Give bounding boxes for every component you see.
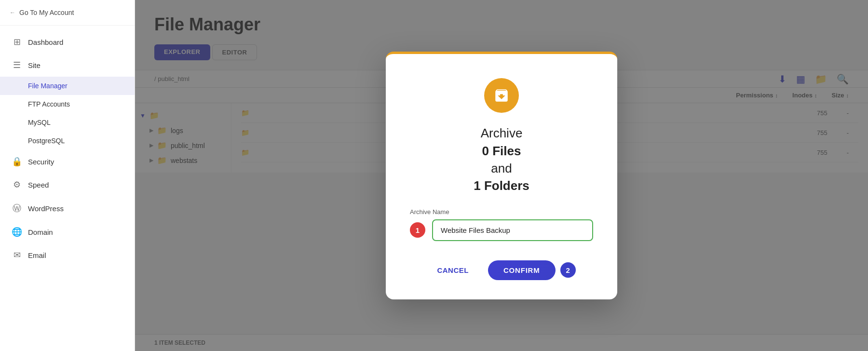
sidebar: ← Go To My Account ⊞ Dashboard ☰ Site Fi… [0,0,135,351]
archive-name-row: 1 [410,219,593,241]
archive-name-label: Archive Name [410,208,593,216]
sidebar-item-postgresql[interactable]: PostgreSQL [0,132,135,150]
modal-actions: CANCEL CONFIRM 2 [410,260,593,280]
step-badge-2: 2 [560,262,576,278]
sidebar-item-wordpress[interactable]: Ⓦ WordPress [0,196,135,220]
email-icon: ✉ [12,250,22,260]
dashboard-icon: ⊞ [12,37,22,47]
speed-icon: ⚙ [12,179,22,190]
confirm-button[interactable]: CONFIRM [488,260,556,280]
back-arrow-icon: ← [10,9,15,16]
sidebar-top: ← Go To My Account [0,0,135,26]
site-icon: ☰ [12,60,22,70]
archive-icon [493,87,510,104]
archive-name-input[interactable] [432,219,593,241]
confirm-wrap: CONFIRM 2 [488,260,576,280]
sidebar-item-speed[interactable]: ⚙ Speed [0,173,135,196]
sidebar-item-domain[interactable]: 🌐 Domain [0,220,135,243]
step-badge-1: 1 [410,222,425,238]
sidebar-item-email[interactable]: ✉ Email [0,243,135,267]
sidebar-item-mysql[interactable]: MySQL [0,113,135,132]
modal-icon-circle [484,78,519,113]
archive-modal: Archive 0 Files and 1 Folders Archive Na… [386,52,617,299]
sidebar-item-dashboard[interactable]: ⊞ Dashboard [0,30,135,54]
sidebar-item-security[interactable]: 🔒 Security [0,150,135,173]
sidebar-nav: ⊞ Dashboard ☰ Site File Manager FTP Acco… [0,26,135,351]
sidebar-item-site[interactable]: ☰ Site [0,54,135,77]
cancel-button[interactable]: CANCEL [427,261,478,279]
modal-title: Archive 0 Files and 1 Folders [474,124,529,195]
main-area: File Manager EXPLORER EDITOR / public_ht… [135,0,868,351]
sidebar-item-ftp-accounts[interactable]: FTP Accounts [0,95,135,113]
domain-icon: 🌐 [12,227,22,237]
wordpress-icon: Ⓦ [12,202,22,214]
goto-my-account[interactable]: ← Go To My Account [10,9,125,16]
sidebar-item-file-manager[interactable]: File Manager [0,77,135,95]
security-icon: 🔒 [12,156,22,167]
modal-overlay: Archive 0 Files and 1 Folders Archive Na… [135,0,868,351]
